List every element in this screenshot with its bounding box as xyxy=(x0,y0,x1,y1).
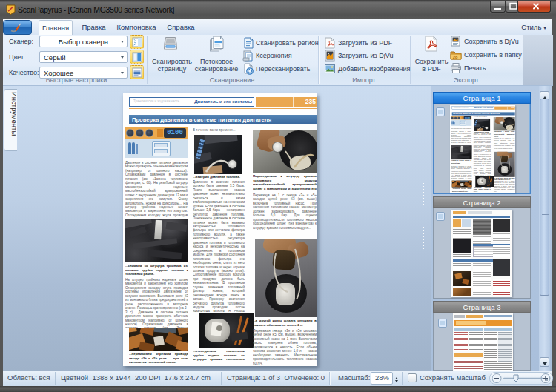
svg-text:28: 28 xyxy=(453,55,458,59)
